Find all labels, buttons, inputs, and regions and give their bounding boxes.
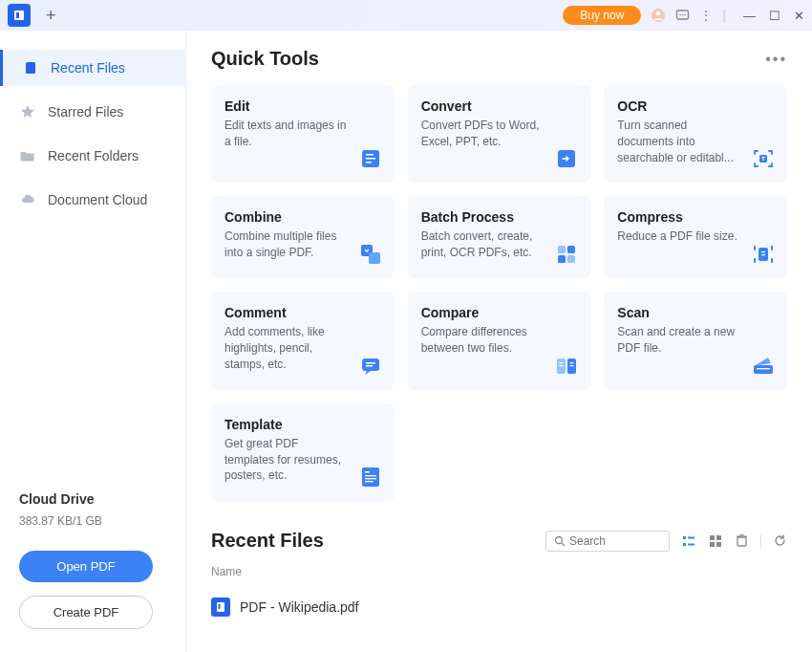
search-icon [554, 535, 566, 547]
sidebar-item-recent-files[interactable]: Recent Files [0, 50, 185, 86]
profile-icon[interactable] [651, 8, 666, 23]
tool-card-ocr[interactable]: OCR Turn scanned documents into searchab… [604, 85, 787, 183]
svg-rect-32 [560, 365, 564, 366]
svg-rect-30 [560, 362, 564, 363]
svg-point-5 [680, 13, 682, 15]
star-icon [19, 103, 36, 120]
tool-card-comment[interactable]: Comment Add comments, like highlights, p… [211, 292, 395, 389]
compress-icon [751, 242, 776, 267]
delete-icon[interactable] [735, 533, 749, 548]
svg-rect-55 [219, 604, 221, 609]
svg-rect-17 [369, 252, 380, 264]
open-pdf-button[interactable]: Open PDF [19, 551, 153, 582]
svg-point-7 [685, 13, 687, 15]
tool-card-convert[interactable]: Convert Convert PDFs to Word, Excel, PPT… [408, 85, 591, 183]
svg-rect-50 [716, 542, 721, 547]
file-row[interactable]: PDF - Wikipedia.pdf [211, 592, 787, 622]
cloud-icon [19, 191, 36, 208]
svg-rect-12 [366, 162, 372, 163]
svg-rect-19 [567, 246, 575, 253]
tool-title: Scan [617, 305, 774, 320]
refresh-icon[interactable] [773, 533, 787, 548]
svg-rect-36 [362, 467, 379, 487]
svg-rect-11 [366, 158, 375, 160]
svg-rect-54 [217, 602, 224, 612]
search-input[interactable] [569, 534, 661, 548]
tool-card-compress[interactable]: Compress Reduce a PDF file size. [604, 196, 787, 278]
sidebar-item-starred-files[interactable]: Starred Files [0, 94, 185, 130]
template-icon [358, 465, 383, 489]
tool-title: Compare [421, 305, 578, 320]
tool-title: Comment [224, 305, 381, 320]
svg-rect-49 [710, 542, 715, 547]
more-options-icon[interactable]: ••• [765, 51, 787, 68]
tool-card-combine[interactable]: Combine Combine multiple files into a si… [211, 196, 395, 278]
message-icon[interactable] [675, 9, 690, 23]
create-pdf-button[interactable]: Create PDF [19, 596, 153, 629]
quick-tools-grid: Edit Edit texts and images in a file. Co… [211, 85, 787, 501]
svg-rect-53 [740, 534, 744, 535]
svg-rect-43 [683, 536, 686, 539]
tool-card-batch-process[interactable]: Batch Process Batch convert, create, pri… [408, 196, 591, 278]
svg-rect-24 [761, 254, 765, 255]
tool-title: Template [224, 417, 381, 432]
view-list-icon[interactable] [681, 533, 696, 549]
tool-desc: Add comments, like highlights, pencil, s… [224, 324, 349, 372]
new-tab-button[interactable]: + [38, 6, 64, 26]
svg-rect-26 [366, 362, 375, 364]
svg-point-41 [556, 536, 563, 543]
window-minimize-button[interactable]: — [743, 9, 756, 23]
tool-card-edit[interactable]: Edit Edit texts and images in a file. [211, 85, 395, 183]
svg-rect-52 [737, 536, 747, 537]
search-box[interactable] [545, 531, 670, 552]
svg-rect-35 [757, 368, 770, 369]
svg-rect-31 [570, 362, 574, 363]
cloud-drive-title: Cloud Drive [19, 491, 166, 507]
svg-rect-45 [683, 543, 686, 546]
cloud-drive-usage: 383.87 KB/1 GB [19, 514, 166, 528]
comment-icon [358, 354, 383, 379]
combine-icon [358, 242, 383, 267]
compare-icon [554, 354, 579, 379]
svg-rect-34 [754, 365, 773, 374]
buy-now-button[interactable]: Buy now [563, 6, 641, 25]
svg-rect-23 [761, 251, 765, 252]
svg-rect-44 [688, 536, 694, 538]
app-logo-icon [8, 4, 31, 27]
titlebar: + Buy now ⋮ | — ☐ ✕ [0, 0, 812, 31]
svg-rect-27 [366, 365, 373, 367]
recent-files-title: Recent Files [211, 530, 324, 552]
tool-desc: Turn scanned documents into searchable o… [617, 118, 741, 165]
main-content: Quick Tools ••• Edit Edit texts and imag… [186, 31, 812, 652]
tool-card-template[interactable]: Template Get great PDF templates for res… [211, 403, 395, 501]
svg-rect-48 [716, 535, 721, 540]
window-maximize-button[interactable]: ☐ [769, 9, 780, 23]
pdf-file-icon [211, 598, 230, 617]
svg-text:T: T [761, 156, 765, 162]
svg-rect-46 [688, 543, 694, 545]
quick-tools-title: Quick Tools [211, 48, 319, 70]
sidebar-item-document-cloud[interactable]: Document Cloud [0, 182, 185, 218]
tool-desc: Reduce a PDF file size. [617, 228, 741, 245]
tool-title: Compress [617, 209, 774, 225]
tool-desc: Combine multiple files into a single PDF… [224, 228, 349, 261]
sidebar: Recent Files Starred Files Recent Folder… [0, 31, 186, 652]
tool-card-scan[interactable]: Scan Scan and create a new PDF file. [604, 292, 787, 389]
sidebar-item-label: Recent Files [51, 60, 125, 76]
svg-rect-18 [558, 246, 566, 253]
sidebar-item-recent-folders[interactable]: Recent Folders [0, 138, 185, 174]
divider [760, 534, 761, 548]
batch-icon [554, 242, 579, 267]
tool-title: Convert [421, 98, 578, 114]
file-name: PDF - Wikipedia.pdf [240, 599, 358, 615]
tool-card-compare[interactable]: Compare Compare differences between two … [408, 292, 591, 389]
svg-rect-39 [365, 478, 376, 479]
menu-dots-icon[interactable]: ⋮ [699, 8, 713, 23]
window-close-button[interactable]: ✕ [794, 9, 804, 23]
view-grid-icon[interactable] [708, 533, 723, 549]
folder-icon [19, 147, 36, 164]
svg-rect-20 [558, 255, 566, 263]
tool-desc: Scan and create a new PDF file. [617, 324, 741, 357]
column-header-name: Name [211, 565, 787, 578]
tool-desc: Edit texts and images in a file. [224, 118, 349, 150]
